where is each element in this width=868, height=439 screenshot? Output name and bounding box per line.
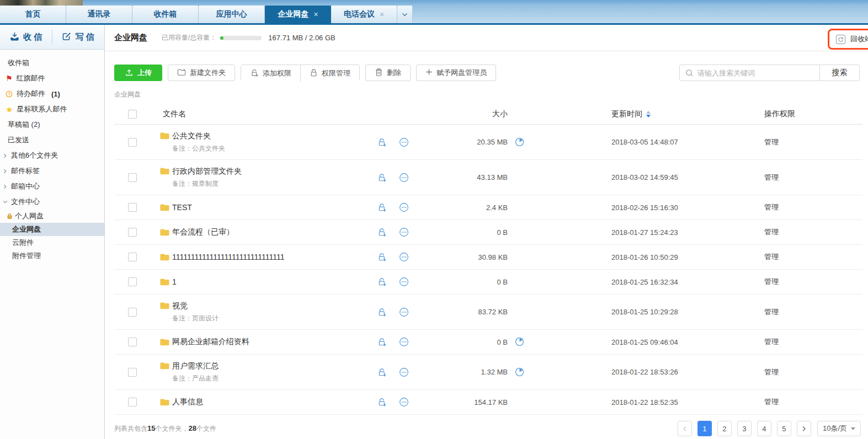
page-button[interactable]: 1 — [697, 421, 712, 436]
add-permission-icon[interactable] — [377, 227, 387, 237]
more-actions-icon[interactable] — [399, 202, 409, 212]
file-name-link[interactable]: 视觉 — [172, 301, 188, 311]
page-button[interactable]: 4 — [757, 421, 771, 436]
permission-management-button[interactable]: 权限管理 — [300, 65, 359, 82]
row-checkbox[interactable] — [128, 173, 137, 182]
page-button[interactable]: 5 — [777, 421, 791, 436]
chevron-down-icon[interactable] — [3, 200, 8, 204]
add-permission-icon[interactable] — [377, 367, 387, 377]
next-page-button[interactable] — [797, 421, 811, 436]
permission-link[interactable]: 管理 — [764, 367, 779, 377]
more-actions-icon[interactable] — [399, 307, 409, 317]
quota-pie-icon[interactable] — [515, 173, 525, 183]
sidebar-item[interactable]: 企业网盘 — [0, 223, 104, 236]
file-name-link[interactable]: 111111111111111111111111111111 — [172, 253, 284, 261]
sidebar-item[interactable]: 邮箱中心 — [0, 179, 104, 194]
file-name-link[interactable]: 公共文件夹 — [172, 131, 211, 141]
row-checkbox[interactable] — [128, 253, 137, 261]
row-checkbox[interactable] — [128, 338, 137, 346]
tab-contacts[interactable]: 通讯录 — [66, 6, 132, 23]
sidebar-item[interactable]: 收件箱 — [0, 55, 104, 71]
sort-toggle[interactable] — [646, 111, 651, 117]
sidebar-item[interactable]: ⚑红旗邮件 — [0, 71, 104, 86]
sidebar-item[interactable]: 附件管理 — [0, 249, 104, 263]
add-permission-icon[interactable] — [377, 277, 387, 287]
more-actions-icon[interactable] — [399, 137, 409, 147]
row-checkbox[interactable] — [128, 368, 137, 377]
add-permission-icon[interactable] — [377, 397, 387, 407]
new-folder-button[interactable]: 新建文件夹 — [168, 65, 235, 81]
add-permission-icon[interactable] — [377, 252, 387, 262]
permission-link[interactable]: 管理 — [764, 277, 779, 287]
sidebar-item[interactable]: 草稿箱 (2) — [0, 117, 104, 132]
sidebar-item[interactable]: 其他6个文件夹 — [0, 148, 104, 163]
file-name-link[interactable]: 用户需求汇总 — [172, 361, 219, 371]
permission-link[interactable]: 管理 — [764, 397, 779, 407]
sidebar-item[interactable]: 邮件标签 — [0, 163, 104, 179]
sort-desc-icon[interactable] — [646, 115, 651, 117]
quota-pie-icon[interactable] — [515, 367, 525, 377]
tab-enterprise-disk[interactable]: 企业网盘× — [265, 6, 331, 23]
grant-admin-button[interactable]: 赋予网盘管理员 — [416, 65, 496, 81]
quota-pie-icon[interactable] — [515, 137, 525, 147]
more-actions-icon[interactable] — [399, 337, 409, 347]
row-checkbox[interactable] — [128, 203, 137, 212]
permission-link[interactable]: 管理 — [764, 252, 779, 262]
sidebar-item[interactable]: 待办邮件(1) — [0, 86, 104, 101]
select-all-checkbox[interactable] — [128, 110, 137, 119]
sidebar-item[interactable]: 已发送 — [0, 132, 104, 148]
quota-pie-icon[interactable] — [515, 227, 525, 237]
file-name-link[interactable]: 人事信息 — [172, 397, 203, 407]
more-tabs-button[interactable] — [397, 6, 413, 23]
file-name-link[interactable]: TEST — [172, 203, 192, 212]
sidebar-item[interactable]: ★星标联系人邮件 — [0, 101, 104, 117]
permission-link[interactable]: 管理 — [764, 202, 779, 212]
search-button[interactable]: 搜索 — [819, 65, 859, 81]
tab-inbox[interactable]: 收件箱 — [132, 6, 199, 23]
row-checkbox[interactable] — [128, 277, 137, 286]
search-input[interactable] — [694, 69, 819, 77]
page-size-select[interactable]: 10条/页 — [817, 421, 861, 436]
file-name-link[interactable]: 网易企业邮箱介绍资料 — [172, 337, 249, 347]
page-button[interactable]: 3 — [737, 421, 752, 436]
permission-link[interactable]: 管理 — [764, 337, 779, 347]
recycle-bin-button[interactable]: 回收站 — [828, 29, 868, 50]
add-permission-icon[interactable] — [377, 173, 387, 183]
row-checkbox[interactable] — [128, 138, 137, 147]
add-permission-icon[interactable] — [377, 137, 387, 147]
add-permission-icon[interactable] — [377, 337, 387, 347]
add-permission-icon[interactable] — [377, 202, 387, 212]
chevron-right-icon[interactable] — [3, 169, 8, 174]
quota-pie-icon[interactable] — [515, 337, 525, 347]
file-name-link[interactable]: 行政内部管理文件夹 — [172, 167, 242, 176]
delete-button[interactable]: 删除 — [365, 65, 411, 81]
more-actions-icon[interactable] — [399, 277, 409, 287]
quota-pie-icon[interactable] — [515, 252, 525, 262]
prev-page-button[interactable] — [678, 421, 692, 436]
more-actions-icon[interactable] — [399, 227, 409, 237]
quota-pie-icon[interactable] — [515, 307, 525, 317]
permission-link[interactable]: 管理 — [764, 137, 779, 147]
sidebar-item[interactable]: 云附件 — [0, 236, 104, 249]
compose-mail-button[interactable]: 写 信 — [52, 25, 104, 49]
file-name-link[interactable]: 年会流程（已审） — [172, 227, 234, 237]
page-button[interactable]: 2 — [717, 421, 732, 436]
permission-link[interactable]: 管理 — [764, 173, 779, 183]
chevron-right-icon[interactable] — [3, 184, 8, 189]
add-permission-icon[interactable] — [377, 307, 387, 317]
close-tab-icon[interactable]: × — [380, 10, 384, 18]
tab-phone-conference[interactable]: 电话会议× — [331, 6, 397, 23]
quota-pie-icon[interactable] — [515, 397, 525, 407]
close-tab-icon[interactable]: × — [313, 10, 318, 18]
row-checkbox[interactable] — [128, 228, 137, 237]
quota-pie-icon[interactable] — [515, 202, 525, 212]
more-actions-icon[interactable] — [399, 397, 409, 407]
sort-asc-icon[interactable] — [646, 111, 651, 114]
more-actions-icon[interactable] — [399, 252, 409, 262]
sidebar-item[interactable]: 文件中心 — [0, 194, 104, 210]
more-actions-icon[interactable] — [399, 173, 409, 183]
upload-button[interactable]: 上传 — [114, 65, 162, 81]
file-name-link[interactable]: 1 — [172, 277, 177, 286]
tab-app-center[interactable]: 应用中心 — [199, 6, 265, 23]
quota-pie-icon[interactable] — [515, 277, 525, 287]
